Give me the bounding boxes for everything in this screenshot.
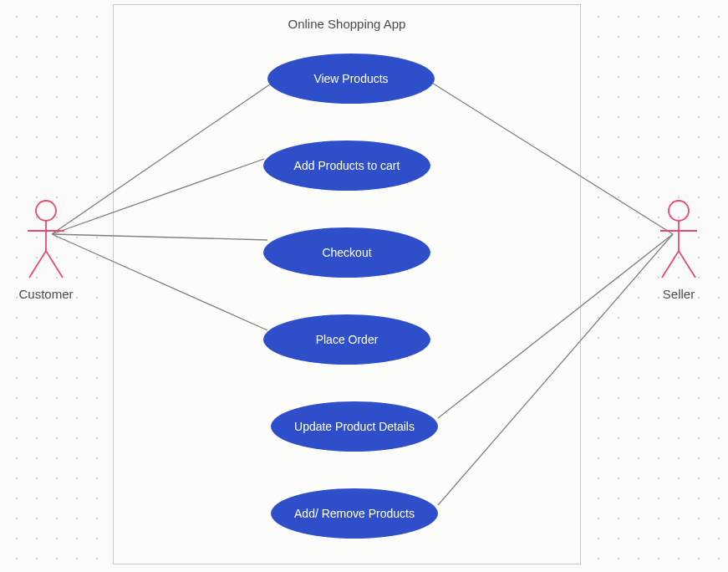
system-title: Online Shopping App [114, 17, 580, 31]
svg-line-11 [46, 251, 63, 278]
svg-line-15 [662, 251, 679, 278]
use-case-label: Update Product Details [294, 420, 415, 433]
use-case-label: View Products [313, 72, 388, 85]
actor-customer-label: Customer [10, 287, 82, 301]
actor-customer-icon [21, 199, 71, 283]
use-case-add-to-cart[interactable]: Add Products to cart [263, 140, 430, 191]
actor-seller-label: Seller [655, 287, 702, 301]
use-case-add-remove-products[interactable]: Add/ Remove Products [271, 488, 438, 539]
use-case-label: Place Order [316, 333, 379, 346]
use-case-place-order[interactable]: Place Order [263, 314, 430, 365]
use-case-label: Add Products to cart [294, 159, 400, 172]
actor-seller-icon [654, 199, 704, 283]
svg-point-12 [669, 201, 689, 221]
use-case-view-products[interactable]: View Products [267, 54, 435, 104]
svg-point-7 [36, 201, 56, 221]
use-case-label: Add/ Remove Products [294, 507, 415, 520]
svg-line-16 [679, 251, 695, 278]
use-case-label: Checkout [322, 246, 371, 259]
use-case-checkout[interactable]: Checkout [263, 227, 430, 278]
use-case-update-product[interactable]: Update Product Details [271, 401, 438, 452]
svg-line-10 [29, 251, 46, 278]
